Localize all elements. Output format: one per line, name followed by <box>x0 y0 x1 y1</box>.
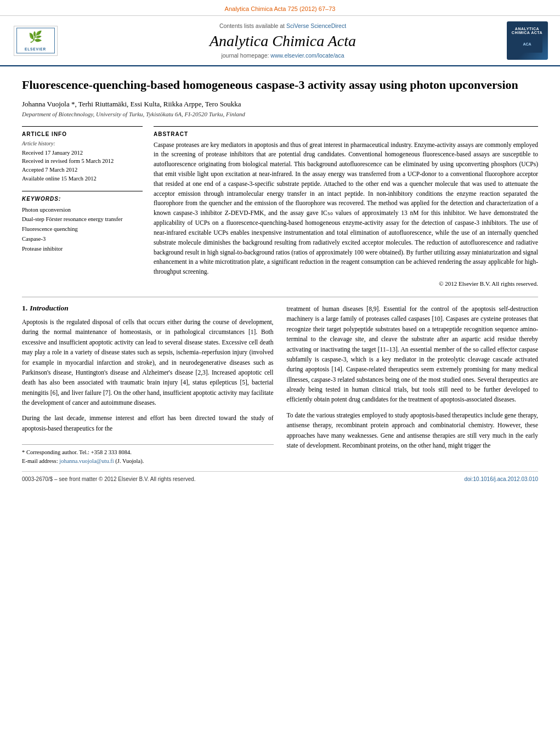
footer-bar: 0003-2670/$ – see front matter © 2012 El… <box>22 471 538 482</box>
article-info-abstract-row: ARTICLE INFO Article history: Received 1… <box>22 126 538 287</box>
abstract-col: ABSTRACT Caspase proteases are key media… <box>154 126 538 287</box>
intro-paragraph-2: During the last decade, immense interest… <box>22 413 274 433</box>
authors-text: Johanna Vuojola *, Terhi Riuttamäki, Ess… <box>22 100 241 108</box>
accepted-date: Accepted 7 March 2012 <box>22 166 143 174</box>
section-title-text: Introduction <box>30 304 69 312</box>
article-title: Fluorescence-quenching-based homogeneous… <box>22 77 538 93</box>
top-bar: Analytica Chimica Acta 725 (2012) 67–73 <box>0 0 560 16</box>
svg-text:🌿: 🌿 <box>29 30 43 43</box>
journal-reference: Analytica Chimica Acta 725 (2012) 67–73 <box>225 5 336 12</box>
section-divider <box>22 297 538 297</box>
authors-line: Johanna Vuojola *, Terhi Riuttamäki, Ess… <box>22 100 538 109</box>
right-paragraph-1: treatment of human diseases [8,9]. Essen… <box>287 304 539 405</box>
keyword-5: Protease inhibitor <box>22 244 143 254</box>
introduction-heading: 1.Introduction <box>22 304 274 313</box>
keyword-4: Caspase-3 <box>22 234 143 244</box>
keyword-1: Photon upconversion <box>22 205 143 215</box>
intro-p1-text: Apoptosis is the regulated disposal of c… <box>22 319 274 406</box>
analytica-logo-text: ANALYTICA CHIMICA ACTA <box>509 27 546 35</box>
analytica-logo-image: ANALYTICA CHIMICA ACTA ACA <box>507 21 548 60</box>
svg-text:ACA: ACA <box>523 42 531 46</box>
footnote-area: * Corresponding author. Tel.: +358 2 333… <box>22 444 274 466</box>
abstract-header: ABSTRACT <box>154 131 538 137</box>
email-link[interactable]: johanna.vuojola@utu.fi <box>59 458 114 464</box>
abstract-section: ABSTRACT Caspase proteases are key media… <box>154 126 538 287</box>
corresponding-author: * Corresponding author. Tel.: +358 2 333… <box>22 448 274 457</box>
received-revised-date: Received in revised form 5 March 2012 <box>22 157 143 166</box>
keywords-header: Keywords: <box>22 196 143 202</box>
page: Analytica Chimica Acta 725 (2012) 67–73 … <box>0 0 560 741</box>
article-content: Fluorescence-quenching-based homogeneous… <box>0 66 560 493</box>
copyright-line: © 2012 Elsevier B.V. All rights reserved… <box>154 280 538 287</box>
abstract-paragraph: Caspase proteases are key mediators in a… <box>154 140 538 277</box>
keyword-3: Fluorescence quenching <box>22 224 143 234</box>
affiliation: Department of Biotechnology, University … <box>22 111 538 117</box>
contents-available-line: Contents lists available at SciVerse Sci… <box>66 22 500 29</box>
section-number: 1. <box>22 304 27 312</box>
body-right-col: treatment of human diseases [8,9]. Essen… <box>287 304 539 466</box>
right-p2-text: To date the various strategies employed … <box>287 412 539 449</box>
available-online-date: Available online 15 March 2012 <box>22 174 143 183</box>
footer-doi[interactable]: doi:10.1016/j.aca.2012.03.010 <box>464 476 538 482</box>
body-left-col: 1.Introduction Apoptosis is the regulate… <box>22 304 274 466</box>
analytica-logo-graphic: ACA <box>511 35 544 54</box>
journal-title: Analytica Chimica Acta <box>66 32 500 50</box>
keywords-section: Keywords: Photon upconversion Dual-step … <box>22 191 143 254</box>
right-paragraph-2: To date the various strategies employed … <box>287 410 539 451</box>
keyword-2: Dual-step Förster resonance energy trans… <box>22 214 143 224</box>
elsevier-logo: 🌿 ELSEVIER <box>11 26 60 56</box>
header-section: 🌿 ELSEVIER Contents lists available at S… <box>0 16 560 66</box>
email-author-name: (J. Vuojola). <box>115 458 144 464</box>
header-center: Contents lists available at SciVerse Sci… <box>66 22 500 59</box>
right-p1-text: treatment of human diseases [8,9]. Essen… <box>287 306 539 403</box>
article-info-box: ARTICLE INFO Article history: Received 1… <box>22 126 143 183</box>
article-info-header: ARTICLE INFO <box>22 131 143 137</box>
body-content: 1.Introduction Apoptosis is the regulate… <box>22 304 538 466</box>
sciverse-link[interactable]: SciVerse ScienceDirect <box>286 22 346 29</box>
elsevier-logo-svg: 🌿 ELSEVIER <box>14 26 57 56</box>
email-footnote: E-mail address: johanna.vuojola@utu.fi (… <box>22 457 274 466</box>
history-label: Article history: <box>22 140 143 146</box>
homepage-line: journal homepage: www.elsevier.com/locat… <box>66 52 500 59</box>
intro-paragraph-1: Apoptosis is the regulated disposal of c… <box>22 317 274 408</box>
analytica-logo: ANALYTICA CHIMICA ACTA ACA <box>505 21 549 60</box>
contents-label: Contents lists available at <box>219 22 285 29</box>
intro-p2-text: During the last decade, immense interest… <box>22 415 274 431</box>
email-label: E-mail address: <box>22 458 58 464</box>
svg-text:ELSEVIER: ELSEVIER <box>25 47 46 51</box>
elsevier-logo-box: 🌿 ELSEVIER <box>14 26 58 56</box>
abstract-text: Caspase proteases are key mediators in a… <box>154 140 538 277</box>
homepage-label: journal homepage: <box>221 52 269 59</box>
homepage-link[interactable]: www.elsevier.com/locate/aca <box>270 52 344 59</box>
article-info-col: ARTICLE INFO Article history: Received 1… <box>22 126 143 287</box>
received-date: Received 17 January 2012 <box>22 149 143 157</box>
footer-issn: 0003-2670/$ – see front matter © 2012 El… <box>22 476 196 482</box>
